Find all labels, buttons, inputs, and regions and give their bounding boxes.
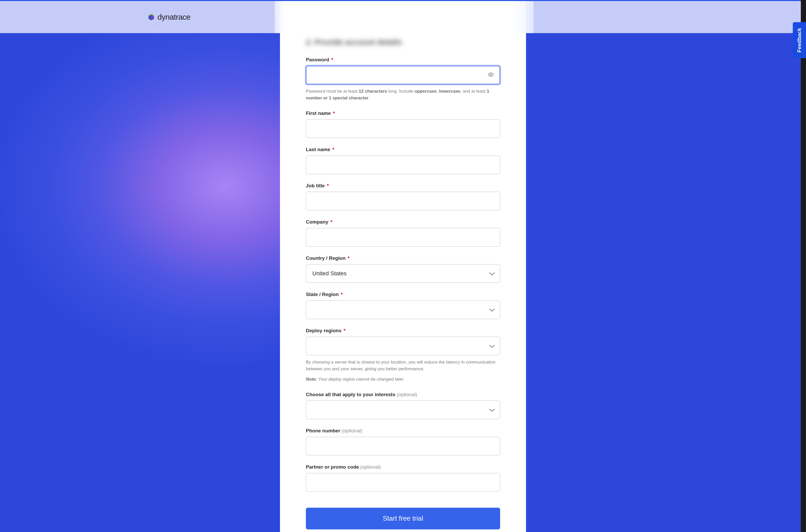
label-phone: Phone number (optional) xyxy=(306,428,500,434)
label-password-text: Password xyxy=(306,57,329,62)
label-deploy-regions-text: Deploy regions xyxy=(306,328,341,333)
start-free-trial-button[interactable]: Start free trial xyxy=(306,508,500,529)
dynatrace-logo-icon xyxy=(148,14,155,21)
field-last-name: Last name * xyxy=(306,147,500,174)
deploy-regions-hint: By choosing a server that is closest to … xyxy=(306,359,500,373)
logo-text: dynatrace xyxy=(158,13,190,21)
required-marker: * xyxy=(331,57,333,62)
required-marker: * xyxy=(341,292,343,297)
section-title: 2. Provide account details xyxy=(306,33,500,57)
label-state-text: State / Region xyxy=(306,292,339,297)
country-select[interactable]: United States xyxy=(306,264,500,283)
deploy-regions-select[interactable] xyxy=(306,337,500,355)
label-company-text: Company xyxy=(306,219,328,225)
deploy-regions-note: Note: Your deploy region cannot be chang… xyxy=(306,376,500,383)
label-password: Password * xyxy=(306,57,500,63)
topbar: dynatrace xyxy=(0,0,806,33)
svg-point-0 xyxy=(490,74,492,76)
field-company: Company * xyxy=(306,219,500,247)
state-select[interactable] xyxy=(306,300,500,319)
right-edge xyxy=(801,0,806,532)
password-input[interactable] xyxy=(306,66,500,84)
optional-marker: (optional) xyxy=(360,464,381,470)
optional-marker: (optional) xyxy=(342,428,362,433)
label-interests-text: Choose all that apply to your interests xyxy=(306,392,395,397)
field-promo: Partner or promo code (optional) xyxy=(306,464,500,492)
label-country-text: Country / Region xyxy=(306,255,346,261)
label-deploy-regions: Deploy regions * xyxy=(306,328,500,334)
label-first-name: First name * xyxy=(306,111,500,116)
eye-icon xyxy=(488,72,494,79)
label-last-name-text: Last name xyxy=(306,147,330,152)
feedback-tab[interactable]: Feedback xyxy=(793,22,806,58)
field-password: Password * Password must be at least 12 … xyxy=(306,57,500,102)
required-marker: * xyxy=(330,219,332,225)
interests-select[interactable] xyxy=(306,401,500,419)
label-phone-text: Phone number xyxy=(306,428,340,433)
topbar-center xyxy=(280,1,526,33)
field-job-title: Job title * xyxy=(306,183,500,210)
field-state: State / Region * xyxy=(306,292,500,319)
label-promo-text: Partner or promo code xyxy=(306,464,359,470)
optional-marker: (optional) xyxy=(397,392,417,397)
field-interests: Choose all that apply to your interests … xyxy=(306,392,500,419)
first-name-input[interactable] xyxy=(306,119,500,138)
label-job-title-text: Job title xyxy=(306,183,325,188)
topbar-fade-left xyxy=(275,1,285,33)
logo[interactable]: dynatrace xyxy=(148,13,190,21)
label-country: Country / Region * xyxy=(306,255,500,261)
field-country: Country / Region * United States xyxy=(306,255,500,283)
required-marker: * xyxy=(344,328,346,333)
company-input[interactable] xyxy=(306,228,500,247)
last-name-input[interactable] xyxy=(306,155,500,174)
label-interests: Choose all that apply to your interests … xyxy=(306,392,500,397)
required-marker: * xyxy=(327,183,329,188)
label-last-name: Last name * xyxy=(306,147,500,152)
password-hint: Password must be at least 12 characters … xyxy=(306,88,500,102)
toggle-password-visibility-button[interactable] xyxy=(486,70,495,80)
label-job-title: Job title * xyxy=(306,183,500,189)
label-first-name-text: First name xyxy=(306,111,331,116)
promo-input[interactable] xyxy=(306,473,500,492)
job-title-input[interactable] xyxy=(306,192,500,210)
phone-input[interactable] xyxy=(306,437,500,455)
required-marker: * xyxy=(332,147,334,152)
field-deploy-regions: Deploy regions * By choosing a server th… xyxy=(306,328,500,383)
required-marker: * xyxy=(348,255,349,261)
field-first-name: First name * xyxy=(306,111,500,138)
topbar-fade-right xyxy=(513,1,533,33)
field-phone: Phone number (optional) xyxy=(306,428,500,455)
label-promo: Partner or promo code (optional) xyxy=(306,464,500,470)
label-state: State / Region * xyxy=(306,292,500,297)
required-marker: * xyxy=(333,111,335,116)
form-panel: 2. Provide account details Password * Pa… xyxy=(280,33,526,532)
label-company: Company * xyxy=(306,219,500,225)
